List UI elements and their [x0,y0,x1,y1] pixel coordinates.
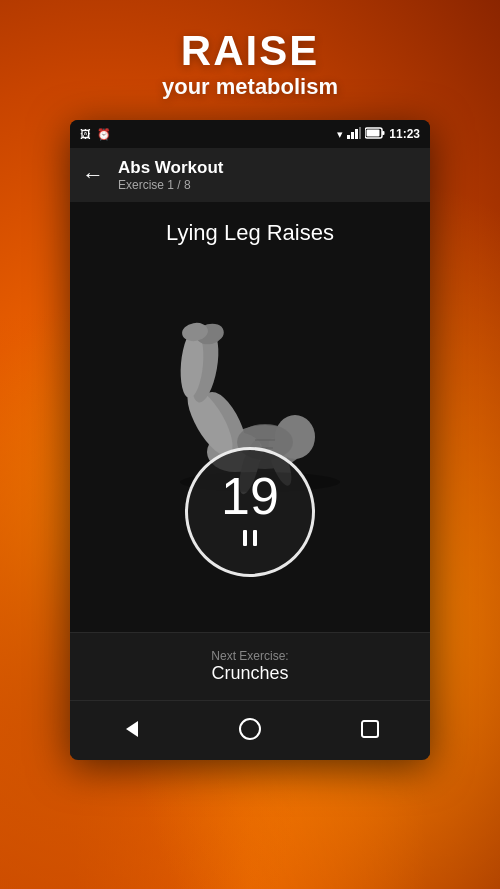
svg-marker-24 [126,721,138,737]
svg-rect-0 [347,135,350,139]
next-exercise-name: Crunches [211,663,288,684]
alarm-icon: ⏰ [97,128,111,141]
status-bar: 🖼 ⏰ ▾ 11:23 [70,120,430,148]
svg-rect-5 [367,130,380,137]
time-display: 11:23 [389,127,420,141]
pause-button[interactable] [238,526,262,555]
timer-circle: 19 [185,447,315,577]
nav-home-button[interactable] [220,707,280,751]
toolbar-title: Abs Workout [118,158,223,178]
svg-rect-1 [351,132,354,139]
battery-icon [365,127,385,141]
top-section: RAISE your metabolism [0,0,500,120]
wifi-icon: ▾ [337,128,343,141]
svg-rect-6 [382,131,385,135]
phone-mockup: 🖼 ⏰ ▾ 11:23 [70,120,430,760]
svg-rect-22 [243,530,247,546]
subtitle: your metabolism [20,74,480,100]
svg-rect-26 [362,721,378,737]
raise-title: RAISE [20,28,480,74]
toolbar-text: Abs Workout Exercise 1 / 8 [118,158,223,192]
svg-point-25 [240,719,260,739]
status-right-icons: ▾ 11:23 [337,127,420,141]
signal-icon [347,127,361,141]
workout-area: Lying Leg Raises [70,202,430,632]
nav-back-button[interactable] [100,707,160,751]
status-left-icons: 🖼 ⏰ [80,128,111,141]
toolbar: ← Abs Workout Exercise 1 / 8 [70,148,430,202]
timer-value: 19 [221,470,279,522]
svg-rect-23 [253,530,257,546]
bottom-nav [70,700,430,756]
exercise-name: Lying Leg Raises [166,220,334,246]
svg-rect-3 [359,127,361,139]
toolbar-subtitle: Exercise 1 / 8 [118,178,223,192]
back-button[interactable]: ← [82,162,104,188]
nav-recents-button[interactable] [340,707,400,751]
picture-icon: 🖼 [80,128,91,140]
next-exercise-section: Next Exercise: Crunches [70,632,430,700]
next-exercise-label: Next Exercise: [211,649,288,663]
timer-container[interactable]: 19 [185,447,315,577]
svg-rect-2 [355,129,358,139]
